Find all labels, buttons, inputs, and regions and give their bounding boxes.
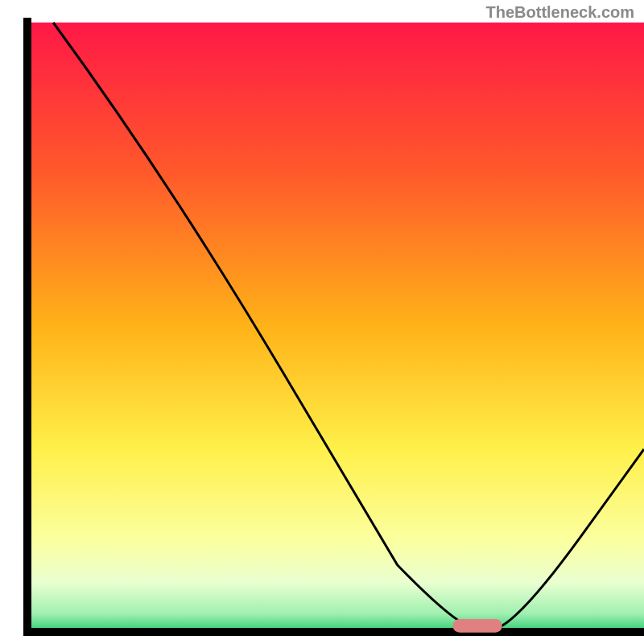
watermark-text: TheBottleneck.com xyxy=(486,3,634,22)
chart-svg xyxy=(0,0,644,644)
gradient-background xyxy=(27,23,644,632)
bottleneck-chart: TheBottleneck.com xyxy=(0,0,644,644)
optimal-range-marker xyxy=(453,619,502,633)
